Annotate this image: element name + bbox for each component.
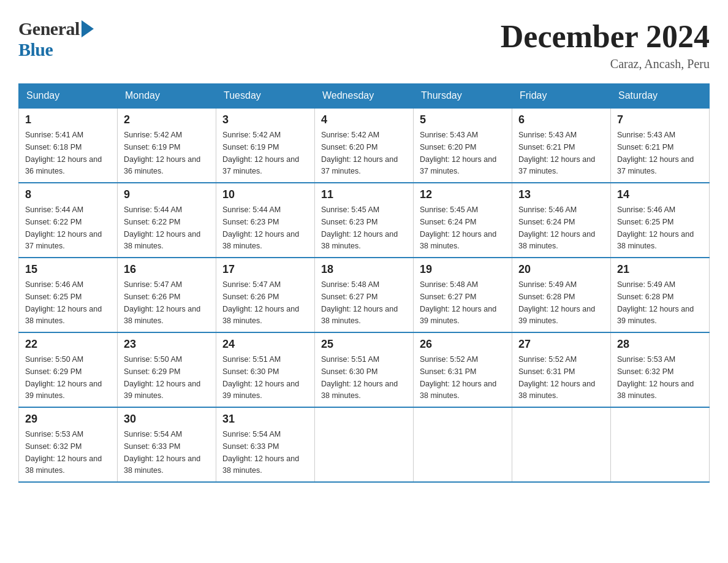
day-info: Sunrise: 5:45 AMSunset: 6:23 PMDaylight:… xyxy=(321,205,398,250)
calendar-header-row: SundayMondayTuesdayWednesdayThursdayFrid… xyxy=(19,84,710,109)
calendar-table: SundayMondayTuesdayWednesdayThursdayFrid… xyxy=(18,83,710,483)
calendar-week-row: 15 Sunrise: 5:46 AMSunset: 6:25 PMDaylig… xyxy=(19,258,710,332)
calendar-cell xyxy=(414,407,512,482)
calendar-cell: 30 Sunrise: 5:54 AMSunset: 6:33 PMDaylig… xyxy=(118,407,216,482)
calendar-cell xyxy=(611,407,710,482)
calendar-week-row: 22 Sunrise: 5:50 AMSunset: 6:29 PMDaylig… xyxy=(19,332,710,407)
calendar-cell: 1 Sunrise: 5:41 AMSunset: 6:18 PMDayligh… xyxy=(19,108,118,183)
day-info: Sunrise: 5:53 AMSunset: 6:32 PMDaylight:… xyxy=(25,430,102,475)
calendar-header-thursday: Thursday xyxy=(414,84,512,109)
day-number: 4 xyxy=(321,113,407,126)
page-subtitle: Caraz, Ancash, Peru xyxy=(501,57,710,71)
day-info: Sunrise: 5:49 AMSunset: 6:28 PMDaylight:… xyxy=(617,280,694,325)
day-number: 30 xyxy=(124,413,210,426)
logo-general-text: General xyxy=(18,18,80,39)
day-info: Sunrise: 5:42 AMSunset: 6:19 PMDaylight:… xyxy=(124,131,200,175)
page-title: December 2024 xyxy=(501,18,710,55)
day-number: 20 xyxy=(518,263,604,276)
day-number: 21 xyxy=(617,263,703,276)
day-info: Sunrise: 5:43 AMSunset: 6:21 PMDaylight:… xyxy=(518,131,595,175)
day-number: 23 xyxy=(124,338,210,351)
calendar-cell: 13 Sunrise: 5:46 AMSunset: 6:24 PMDaylig… xyxy=(512,183,611,258)
calendar-cell: 11 Sunrise: 5:45 AMSunset: 6:23 PMDaylig… xyxy=(315,183,414,258)
logo-blue-text: Blue xyxy=(18,39,53,59)
calendar-week-row: 8 Sunrise: 5:44 AMSunset: 6:22 PMDayligh… xyxy=(19,183,710,258)
day-info: Sunrise: 5:50 AMSunset: 6:29 PMDaylight:… xyxy=(124,355,200,400)
day-number: 5 xyxy=(420,113,506,126)
day-number: 13 xyxy=(518,188,604,201)
day-info: Sunrise: 5:48 AMSunset: 6:27 PMDaylight:… xyxy=(420,280,496,325)
day-info: Sunrise: 5:46 AMSunset: 6:25 PMDaylight:… xyxy=(25,280,102,325)
calendar-cell: 21 Sunrise: 5:49 AMSunset: 6:28 PMDaylig… xyxy=(611,258,710,332)
title-section: December 2024 Caraz, Ancash, Peru xyxy=(501,18,710,71)
calendar-cell: 2 Sunrise: 5:42 AMSunset: 6:19 PMDayligh… xyxy=(118,108,216,183)
day-number: 24 xyxy=(222,338,308,351)
calendar-cell: 7 Sunrise: 5:43 AMSunset: 6:21 PMDayligh… xyxy=(611,108,710,183)
day-number: 28 xyxy=(617,338,703,351)
day-info: Sunrise: 5:49 AMSunset: 6:28 PMDaylight:… xyxy=(518,280,595,325)
day-info: Sunrise: 5:54 AMSunset: 6:33 PMDaylight:… xyxy=(124,430,200,475)
calendar-cell: 15 Sunrise: 5:46 AMSunset: 6:25 PMDaylig… xyxy=(19,258,118,332)
day-number: 18 xyxy=(321,263,407,276)
day-info: Sunrise: 5:47 AMSunset: 6:26 PMDaylight:… xyxy=(222,280,299,325)
day-number: 10 xyxy=(222,188,308,201)
day-info: Sunrise: 5:46 AMSunset: 6:25 PMDaylight:… xyxy=(617,205,694,250)
day-info: Sunrise: 5:46 AMSunset: 6:24 PMDaylight:… xyxy=(518,205,595,250)
calendar-cell: 20 Sunrise: 5:49 AMSunset: 6:28 PMDaylig… xyxy=(512,258,611,332)
calendar-cell: 26 Sunrise: 5:52 AMSunset: 6:31 PMDaylig… xyxy=(414,332,512,407)
day-info: Sunrise: 5:44 AMSunset: 6:23 PMDaylight:… xyxy=(222,205,299,250)
day-info: Sunrise: 5:42 AMSunset: 6:19 PMDaylight:… xyxy=(222,131,299,175)
day-number: 7 xyxy=(617,113,703,126)
day-number: 8 xyxy=(25,188,111,201)
day-info: Sunrise: 5:52 AMSunset: 6:31 PMDaylight:… xyxy=(420,355,496,400)
calendar-cell: 19 Sunrise: 5:48 AMSunset: 6:27 PMDaylig… xyxy=(414,258,512,332)
day-number: 25 xyxy=(321,338,407,351)
calendar-cell: 17 Sunrise: 5:47 AMSunset: 6:26 PMDaylig… xyxy=(216,258,315,332)
day-info: Sunrise: 5:42 AMSunset: 6:20 PMDaylight:… xyxy=(321,131,398,175)
day-number: 3 xyxy=(222,113,308,126)
calendar-cell: 6 Sunrise: 5:43 AMSunset: 6:21 PMDayligh… xyxy=(512,108,611,183)
calendar-header-tuesday: Tuesday xyxy=(216,84,315,109)
day-info: Sunrise: 5:48 AMSunset: 6:27 PMDaylight:… xyxy=(321,280,398,325)
calendar-cell: 31 Sunrise: 5:54 AMSunset: 6:33 PMDaylig… xyxy=(216,407,315,482)
calendar-cell: 16 Sunrise: 5:47 AMSunset: 6:26 PMDaylig… xyxy=(118,258,216,332)
day-number: 14 xyxy=(617,188,703,201)
day-info: Sunrise: 5:53 AMSunset: 6:32 PMDaylight:… xyxy=(617,355,694,400)
day-info: Sunrise: 5:51 AMSunset: 6:30 PMDaylight:… xyxy=(321,355,398,400)
calendar-cell: 27 Sunrise: 5:52 AMSunset: 6:31 PMDaylig… xyxy=(512,332,611,407)
calendar-cell: 14 Sunrise: 5:46 AMSunset: 6:25 PMDaylig… xyxy=(611,183,710,258)
calendar-cell: 4 Sunrise: 5:42 AMSunset: 6:20 PMDayligh… xyxy=(315,108,414,183)
day-number: 6 xyxy=(518,113,604,126)
day-info: Sunrise: 5:44 AMSunset: 6:22 PMDaylight:… xyxy=(124,205,200,250)
day-info: Sunrise: 5:41 AMSunset: 6:18 PMDaylight:… xyxy=(25,131,102,175)
logo: General Blue xyxy=(18,18,96,60)
day-info: Sunrise: 5:47 AMSunset: 6:26 PMDaylight:… xyxy=(124,280,200,325)
day-info: Sunrise: 5:44 AMSunset: 6:22 PMDaylight:… xyxy=(25,205,102,250)
day-info: Sunrise: 5:52 AMSunset: 6:31 PMDaylight:… xyxy=(518,355,595,400)
calendar-week-row: 29 Sunrise: 5:53 AMSunset: 6:32 PMDaylig… xyxy=(19,407,710,482)
calendar-cell: 18 Sunrise: 5:48 AMSunset: 6:27 PMDaylig… xyxy=(315,258,414,332)
calendar-cell: 22 Sunrise: 5:50 AMSunset: 6:29 PMDaylig… xyxy=(19,332,118,407)
page-header: General Blue December 2024 Caraz, Ancash… xyxy=(18,18,710,71)
day-info: Sunrise: 5:43 AMSunset: 6:21 PMDaylight:… xyxy=(617,131,694,175)
day-number: 1 xyxy=(25,113,111,126)
calendar-cell xyxy=(512,407,611,482)
calendar-cell: 8 Sunrise: 5:44 AMSunset: 6:22 PMDayligh… xyxy=(19,183,118,258)
calendar-header-saturday: Saturday xyxy=(611,84,710,109)
calendar-cell: 29 Sunrise: 5:53 AMSunset: 6:32 PMDaylig… xyxy=(19,407,118,482)
day-number: 9 xyxy=(124,188,210,201)
day-number: 29 xyxy=(25,413,111,426)
calendar-cell: 23 Sunrise: 5:50 AMSunset: 6:29 PMDaylig… xyxy=(118,332,216,407)
day-number: 31 xyxy=(222,413,308,426)
day-number: 15 xyxy=(25,263,111,276)
day-number: 27 xyxy=(518,338,604,351)
day-number: 2 xyxy=(124,113,210,126)
calendar-week-row: 1 Sunrise: 5:41 AMSunset: 6:18 PMDayligh… xyxy=(19,108,710,183)
calendar-cell: 5 Sunrise: 5:43 AMSunset: 6:20 PMDayligh… xyxy=(414,108,512,183)
logo-arrow-icon xyxy=(82,20,94,37)
day-number: 22 xyxy=(25,338,111,351)
day-info: Sunrise: 5:45 AMSunset: 6:24 PMDaylight:… xyxy=(420,205,496,250)
day-number: 16 xyxy=(124,263,210,276)
calendar-header-friday: Friday xyxy=(512,84,611,109)
calendar-header-wednesday: Wednesday xyxy=(315,84,414,109)
